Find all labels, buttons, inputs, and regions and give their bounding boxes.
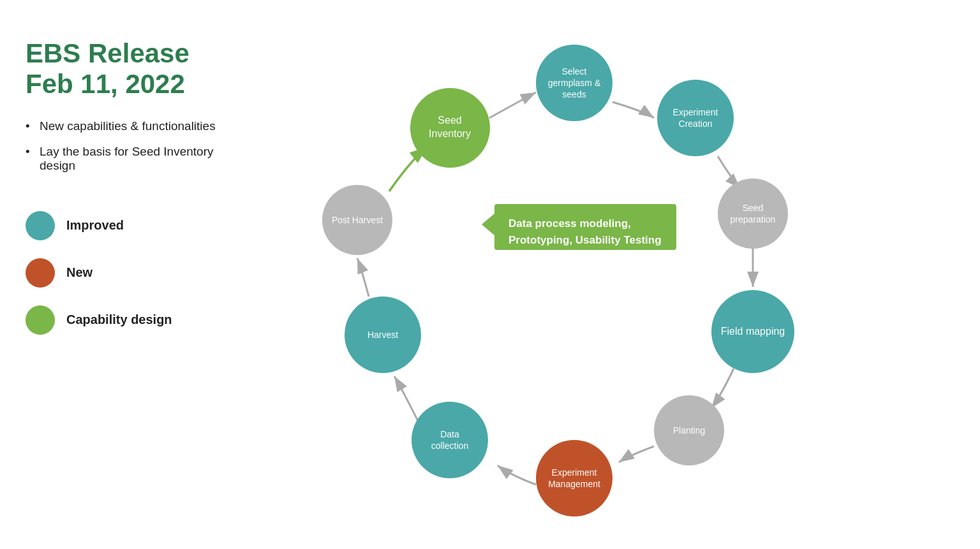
bullet-item-2: Lay the basis for Seed Inventory design <box>26 145 230 173</box>
legend-label-improved: Improved <box>66 218 124 233</box>
node-harvest: Harvest <box>345 296 421 373</box>
node-experiment-creation: Experiment Creation <box>657 80 734 156</box>
legend-label-new: New <box>66 265 93 280</box>
legend-circle-new <box>26 258 55 288</box>
svg-marker-2 <box>482 214 494 235</box>
center-box: Data process modeling, Prototyping, Usab… <box>494 204 676 250</box>
legend-capability: Capability design <box>26 305 230 335</box>
legend-circle-capability <box>26 305 55 335</box>
legend: Improved New Capability design <box>26 211 230 335</box>
node-field-mapping: Field mapping <box>711 290 794 373</box>
bullet-item-1: New capabilities & functionalities <box>26 119 230 133</box>
legend-new: New <box>26 258 230 288</box>
node-select-germplasm: Select germplasm & seeds <box>536 45 612 121</box>
node-post-harvest: Post Harvest <box>322 185 392 255</box>
legend-circle-improved <box>26 211 55 240</box>
node-data-collection: Data collection <box>412 402 488 478</box>
page-title: EBS Release Feb 11, 2022 <box>26 38 230 100</box>
node-planting: Planting <box>654 395 724 465</box>
center-box-text: Data process modeling, Prototyping, Usab… <box>509 217 662 246</box>
legend-improved: Improved <box>26 211 230 240</box>
node-experiment-management: Experiment Management <box>536 440 612 516</box>
legend-label-capability: Capability design <box>66 312 172 327</box>
node-seed-preparation: Seed preparation <box>718 179 788 249</box>
left-panel: EBS Release Feb 11, 2022 New capabilitie… <box>26 38 230 335</box>
diagram: Data process modeling, Prototyping, Usab… <box>230 19 963 542</box>
bullet-list: New capabilities & functionalities Lay t… <box>26 119 230 173</box>
node-seed-inventory: Seed Inventory <box>410 88 490 168</box>
